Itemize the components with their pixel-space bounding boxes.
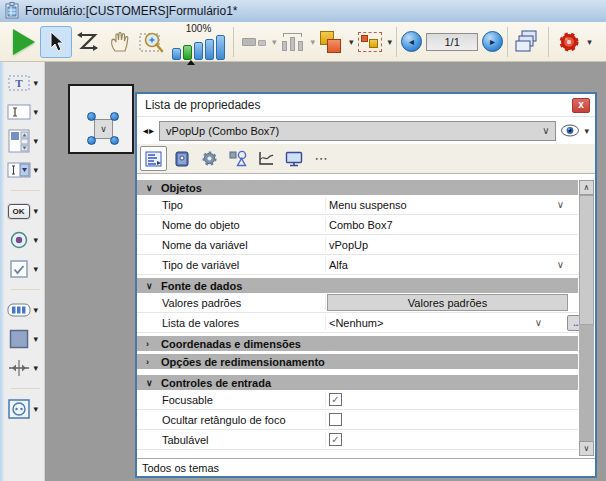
chevron-down-icon[interactable]: ▾ bbox=[34, 78, 43, 88]
zoom-bar-1[interactable] bbox=[172, 48, 181, 60]
edit-field-tool[interactable]: ▾ bbox=[7, 101, 43, 123]
property-row-tabulavel[interactable]: Tabulável ✓ bbox=[137, 430, 578, 450]
zoom-bar-5[interactable] bbox=[216, 35, 225, 60]
property-row-nome-objeto[interactable]: Nome do objeto Combo Box7 bbox=[137, 215, 578, 235]
label-tool[interactable]: T ▾ bbox=[7, 72, 43, 94]
button-group-tool[interactable]: ▾ bbox=[7, 299, 43, 321]
chevron-down-icon[interactable]: ▾ bbox=[34, 165, 43, 175]
chevron-down-icon[interactable]: ▾ bbox=[34, 206, 43, 216]
settings-button[interactable] bbox=[553, 26, 585, 58]
checkbox-tool[interactable]: ▾ bbox=[7, 258, 43, 280]
property-row-tipo-variavel[interactable]: Tipo de variável Alfa ∨ bbox=[137, 255, 578, 275]
listbox-tool[interactable]: ▾ bbox=[7, 130, 43, 152]
next-page-button[interactable]: ▸ bbox=[482, 31, 503, 52]
valores-padroes-button[interactable]: Valores padrões bbox=[327, 294, 568, 311]
chevron-down-icon[interactable]: ▾ bbox=[34, 334, 43, 344]
property-row-nome-variavel[interactable]: Nome da variável vPopUp bbox=[137, 235, 578, 255]
selected-combobox-control[interactable]: ∨ bbox=[94, 119, 113, 139]
property-row-ocultar-retangulo[interactable]: Ocultar retângulo de foco bbox=[137, 410, 578, 430]
property-value[interactable]: Alfa bbox=[329, 259, 348, 271]
rectangle-tool[interactable]: ▾ bbox=[7, 328, 43, 350]
radio-button-tool-icon bbox=[7, 229, 31, 251]
chevron-down-icon[interactable]: ▾ bbox=[34, 264, 43, 274]
distribute-button-disabled bbox=[277, 26, 309, 58]
selection-handle-top-left[interactable] bbox=[87, 112, 96, 121]
select-tool-button[interactable] bbox=[40, 26, 72, 58]
property-value[interactable]: Menu suspenso bbox=[329, 199, 407, 211]
chevron-down-icon[interactable]: ▾ bbox=[349, 37, 354, 47]
panel-header[interactable]: Lista de propriedades x bbox=[137, 94, 595, 117]
radio-button-tool[interactable]: ▾ bbox=[7, 229, 43, 251]
selection-layer-button[interactable] bbox=[354, 26, 386, 58]
chevron-down-icon[interactable]: ▾ bbox=[34, 404, 43, 414]
pan-tool-button[interactable] bbox=[104, 26, 136, 58]
section-header-coordenadas[interactable]: › Coordenadas e dimensões bbox=[137, 336, 578, 351]
zoom-level-control[interactable]: 100% bbox=[172, 24, 225, 60]
property-label: Tipo de variável bbox=[162, 259, 239, 271]
scroll-up-button[interactable]: ∧ bbox=[579, 180, 594, 195]
tab-chart[interactable] bbox=[252, 146, 279, 171]
bring-to-front-button[interactable] bbox=[315, 26, 347, 58]
close-icon: x bbox=[578, 100, 584, 110]
selection-handle-bottom-right[interactable] bbox=[110, 136, 119, 145]
property-value[interactable]: vPopUp bbox=[329, 239, 368, 251]
property-value[interactable]: <Nenhum> bbox=[329, 317, 383, 329]
socket-control-tool[interactable]: ▾ bbox=[7, 398, 43, 420]
chevron-down-icon[interactable]: ∨ bbox=[557, 259, 564, 270]
chevron-down-icon[interactable]: ▾ bbox=[34, 363, 43, 373]
visibility-filter-button[interactable]: ▾ bbox=[560, 124, 589, 137]
panel-status-bar: Todos os temas bbox=[137, 458, 595, 476]
tabulavel-checkbox[interactable]: ✓ bbox=[329, 433, 342, 446]
title-bar: Formulário:[CUSTOMERS]Formulário1* bbox=[0, 0, 606, 22]
ocultar-retangulo-checkbox[interactable] bbox=[329, 413, 342, 426]
form-canvas[interactable]: ∨ bbox=[68, 84, 134, 154]
section-header-redimensionamento[interactable]: › Opções de redimensionamento bbox=[137, 354, 578, 369]
selection-handle-bottom-left[interactable] bbox=[87, 136, 96, 145]
section-header-fonte-de-dados[interactable]: ∨ Fonte de dados bbox=[137, 278, 578, 293]
object-selector-dropdown[interactable]: vPopUp (Combo Box7) ∨ bbox=[159, 121, 556, 141]
toolbar-separator bbox=[548, 27, 549, 57]
selection-handle-top-right[interactable] bbox=[110, 112, 119, 121]
chevron-down-icon[interactable]: ▾ bbox=[587, 37, 592, 47]
zoom-bar-3[interactable] bbox=[194, 42, 203, 60]
chevron-down-icon[interactable]: ▾ bbox=[34, 305, 43, 315]
property-value[interactable]: Combo Box7 bbox=[329, 219, 393, 231]
property-row-lista-de-valores[interactable]: Lista de valores <Nenhum> ∨ ... bbox=[137, 313, 578, 333]
chevron-down-icon[interactable]: ∨ bbox=[535, 317, 542, 328]
tab-shapes[interactable] bbox=[224, 146, 251, 171]
run-button[interactable] bbox=[8, 26, 40, 58]
chevron-down-icon[interactable]: ▾ bbox=[34, 107, 43, 117]
zoom-bar-4[interactable] bbox=[205, 39, 214, 60]
cascade-windows-button[interactable] bbox=[512, 26, 544, 58]
combobox-tool[interactable]: ▾ bbox=[7, 159, 43, 181]
chevron-down-icon[interactable]: ▾ bbox=[34, 136, 43, 146]
tab-general-list[interactable] bbox=[140, 146, 167, 171]
tab-data[interactable] bbox=[168, 146, 195, 171]
chevron-down-icon[interactable]: ∨ bbox=[557, 199, 564, 210]
chevron-down-icon: ▾ bbox=[272, 37, 277, 47]
prev-page-button[interactable]: ◂ bbox=[401, 31, 422, 52]
chevron-down-icon[interactable]: ▾ bbox=[388, 37, 393, 47]
tab-options[interactable] bbox=[196, 146, 223, 171]
tab-display[interactable] bbox=[280, 146, 307, 171]
button-tool[interactable]: OK ▾ bbox=[7, 200, 43, 222]
prev-icon: ◂ bbox=[409, 36, 414, 47]
section-header-controles-entrada[interactable]: ∨ Controles de entrada bbox=[137, 375, 578, 390]
chevron-down-icon[interactable]: ▾ bbox=[34, 235, 43, 245]
tab-more[interactable]: ⋯ bbox=[308, 146, 335, 171]
property-row-tipo[interactable]: Tipo Menu suspenso ∨ bbox=[137, 195, 578, 215]
object-nav-arrows[interactable]: ◂▸ bbox=[143, 125, 155, 136]
property-label: Nome da variável bbox=[162, 239, 248, 251]
splitter-tool[interactable]: ▾ bbox=[7, 357, 43, 379]
tab-order-tool-button[interactable] bbox=[72, 26, 104, 58]
scrollbar-thumb[interactable] bbox=[579, 195, 594, 325]
focusable-checkbox[interactable]: ✓ bbox=[329, 393, 342, 406]
zoom-tool-button[interactable] bbox=[136, 26, 168, 58]
close-button[interactable]: x bbox=[572, 98, 590, 113]
section-header-objetos[interactable]: ∨ Objetos bbox=[137, 180, 578, 195]
zoom-bar-current[interactable] bbox=[183, 45, 192, 60]
property-row-valores-padroes[interactable]: Valores padrões Valores padrões bbox=[137, 293, 578, 313]
scrollbar[interactable]: ∧ ∨ bbox=[579, 180, 594, 456]
property-row-focusable[interactable]: Focusable ✓ bbox=[137, 390, 578, 410]
scroll-down-button[interactable]: ∨ bbox=[579, 441, 594, 456]
